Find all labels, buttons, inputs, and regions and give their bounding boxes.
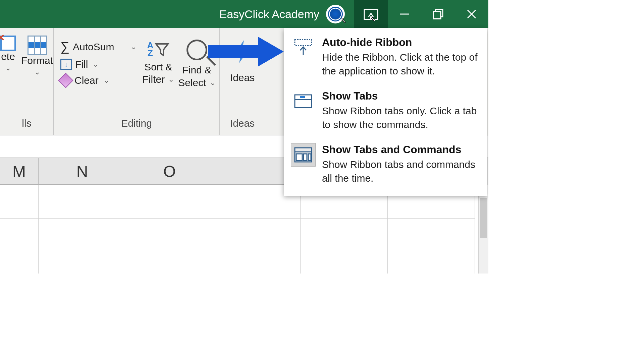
showtabs-icon (291, 90, 315, 113)
format-button[interactable]: Format ⌄ (21, 36, 53, 76)
svg-rect-3 (433, 11, 441, 19)
sort-filter-label-2: Filter (143, 73, 165, 86)
ribbon-display-options-button[interactable] (354, 0, 388, 28)
format-icon (28, 36, 47, 55)
group-label-cells: lls (0, 118, 53, 129)
autohide-icon (291, 36, 315, 59)
menu-item[interactable]: Auto-hide RibbonHide the Ribbon. Click a… (284, 32, 487, 85)
cell[interactable] (301, 219, 388, 252)
ribbon-display-options-menu: Auto-hide RibbonHide the Ribbon. Click a… (284, 28, 487, 196)
cell[interactable] (0, 252, 39, 274)
group-label-ideas: Ideas (220, 118, 265, 129)
clear-label: Clear (74, 75, 99, 86)
cursor-icon: ↖ (340, 16, 346, 25)
sort-filter-button[interactable]: AZ Sort & Filter ⌄ (141, 33, 176, 86)
minimize-button[interactable] (388, 0, 421, 28)
find-select-label-2: Select (178, 76, 206, 89)
cell[interactable] (0, 185, 39, 219)
showtabscmd-icon (291, 143, 315, 166)
editing-small-buttons: ∑ AutoSum ⌄ ↓ Fill ⌄ Clear ⌄ (56, 33, 141, 93)
menu-item-desc: Show Ribbon tabs and commands all the ti… (322, 158, 480, 185)
menu-item-text: Auto-hide RibbonHide the Ribbon. Click a… (322, 36, 480, 78)
cell[interactable] (126, 252, 213, 274)
cell[interactable] (126, 185, 213, 219)
cell[interactable] (213, 219, 301, 252)
menu-item-title: Auto-hide Ribbon (322, 36, 480, 49)
ribbon-group-cells: ete ⌄ Format ⌄ lls (0, 28, 54, 135)
autosum-button[interactable]: ∑ AutoSum ⌄ (60, 40, 137, 54)
cell[interactable] (388, 252, 475, 274)
table-row (0, 252, 488, 274)
menu-item-desc: Show Ribbon tabs only. Click a tab to sh… (322, 104, 480, 131)
menu-item[interactable]: Show TabsShow Ribbon tabs only. Click a … (284, 85, 487, 139)
window-title: EasyClick Academy (219, 8, 319, 21)
eraser-icon (58, 73, 73, 88)
autosum-label: AutoSum (73, 41, 114, 53)
column-header[interactable]: O (126, 158, 213, 185)
svg-rect-15 (308, 154, 311, 161)
menu-item[interactable]: Show Tabs and CommandsShow Ribbon tabs a… (284, 139, 487, 192)
chevron-down-icon: ⌄ (168, 75, 174, 84)
titlebar: EasyClick Academy ↖ (0, 0, 488, 28)
user-avatar[interactable]: ↖ (326, 5, 345, 23)
vertical-scrollbar[interactable] (478, 196, 488, 274)
cell[interactable] (301, 252, 388, 274)
scrollbar-thumb[interactable] (480, 198, 487, 238)
svg-rect-7 (295, 40, 312, 46)
fill-label: Fill (75, 59, 88, 70)
sigma-icon: ∑ (60, 40, 69, 54)
annotation-arrow-icon (208, 37, 285, 69)
chevron-down-icon: ⌄ (103, 76, 109, 85)
group-label-editing: Editing (54, 118, 219, 129)
delete-label: ete (1, 51, 15, 62)
menu-item-text: Show Tabs and CommandsShow Ribbon tabs a… (322, 143, 480, 185)
cell[interactable] (39, 219, 126, 252)
table-row (0, 219, 488, 252)
menu-item-desc: Hide the Ribbon. Click at the top of the… (322, 51, 480, 78)
ribbon-group-editing: ∑ AutoSum ⌄ ↓ Fill ⌄ Clear ⌄ AZ (54, 28, 220, 135)
delete-icon (0, 36, 16, 51)
menu-item-title: Show Tabs and Commands (322, 143, 480, 156)
chevron-down-icon: ⌄ (34, 68, 40, 76)
cell[interactable] (213, 252, 301, 274)
sort-filter-icon: AZ (147, 42, 169, 57)
delete-button[interactable]: ete ⌄ (0, 36, 16, 76)
svg-rect-10 (300, 96, 305, 98)
menu-item-title: Show Tabs (322, 90, 480, 102)
chevron-down-icon: ⌄ (93, 60, 99, 69)
svg-rect-0 (364, 9, 378, 19)
svg-rect-13 (296, 154, 302, 161)
chevron-down-icon: ⌄ (130, 43, 137, 51)
ideas-label: Ideas (230, 71, 255, 84)
cell[interactable] (388, 219, 475, 252)
sort-filter-label-1: Sort & (144, 61, 172, 73)
format-label: Format (21, 55, 53, 66)
fill-down-icon: ↓ (60, 59, 72, 70)
cell[interactable] (0, 219, 39, 252)
svg-rect-14 (304, 154, 307, 161)
clear-button[interactable]: Clear ⌄ (60, 75, 137, 86)
chevron-down-icon: ⌄ (5, 64, 11, 72)
magnifier-icon (186, 40, 207, 60)
column-header[interactable]: M (0, 158, 39, 185)
spreadsheet-grid[interactable] (0, 185, 488, 274)
cell[interactable] (39, 252, 126, 274)
menu-item-text: Show TabsShow Ribbon tabs only. Click a … (322, 90, 480, 131)
cell[interactable] (126, 219, 213, 252)
chevron-down-icon: ⌄ (210, 78, 216, 87)
close-button[interactable] (455, 0, 488, 28)
maximize-button[interactable] (421, 0, 455, 28)
column-header[interactable]: N (39, 158, 126, 185)
cell[interactable] (39, 185, 126, 219)
find-select-label-1: Find & (182, 64, 212, 76)
fill-button[interactable]: ↓ Fill ⌄ (60, 59, 137, 70)
